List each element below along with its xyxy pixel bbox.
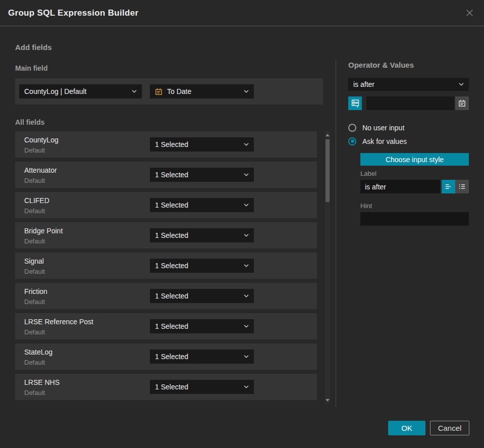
radio-circle-icon: [348, 124, 356, 132]
dialog-footer: OK Cancel: [388, 421, 469, 435]
field-subtitle: Default: [24, 146, 45, 154]
field-name: Friction: [24, 287, 47, 295]
field-subtitle: Default: [24, 177, 45, 184]
all-fields-label: All fields: [15, 118, 44, 126]
text-lines-icon: [445, 183, 452, 190]
calendar-icon: [458, 99, 466, 107]
radio-circle-icon: [348, 137, 356, 145]
field-subtitle: Default: [24, 298, 45, 306]
main-field-select[interactable]: CountyLog | Default: [19, 84, 142, 98]
main-field-date-value: To Date: [167, 87, 191, 95]
field-name: Attenuator: [24, 166, 57, 174]
chevron-down-icon: [244, 204, 249, 207]
label-label: Label: [360, 170, 469, 177]
list-style-button[interactable]: [455, 180, 469, 193]
dialog-header: Group SQL Expression Builder: [0, 0, 484, 26]
field-selected-dropdown[interactable]: 1 Selected: [150, 259, 254, 273]
main-field-date-select[interactable]: To Date: [150, 84, 254, 98]
text-style-button[interactable]: [442, 180, 455, 193]
field-selected-dropdown[interactable]: 1 Selected: [150, 319, 254, 333]
field-row: StateLogDefault1 Selected: [15, 343, 317, 370]
field-subtitle: Default: [24, 268, 45, 275]
chevron-down-icon: [244, 355, 249, 358]
close-button[interactable]: [463, 7, 476, 19]
chevron-down-icon: [244, 325, 249, 328]
chevron-down-icon: [244, 294, 249, 297]
field-selected-value: 1 Selected: [155, 383, 188, 391]
chevron-down-icon: [459, 83, 464, 86]
bullet-list-icon: [458, 183, 466, 190]
field-row: LRSE NHSDefault1 Selected: [15, 374, 317, 400]
field-subtitle: Default: [24, 237, 45, 245]
radio-no-user-input[interactable]: No user input: [348, 121, 469, 134]
chevron-down-icon: [244, 143, 249, 146]
radio-ask-for-values-label: Ask for values: [362, 137, 407, 145]
label-input[interactable]: [360, 180, 440, 193]
field-name: CLIFED: [24, 196, 49, 205]
field-selected-dropdown[interactable]: 1 Selected: [150, 289, 254, 303]
field-name: StateLog: [24, 348, 52, 356]
all-fields-scrollbar[interactable]: [325, 131, 330, 404]
field-selected-value: 1 Selected: [155, 140, 188, 148]
field-selected-value: 1 Selected: [155, 292, 188, 300]
field-row: CountyLogDefault1 Selected: [15, 131, 317, 158]
group-sql-expression-builder-dialog: Group SQL Expression Builder Add fields …: [0, 0, 484, 448]
field-row: Bridge PointDefault1 Selected: [15, 222, 317, 248]
ask-for-values-options: Choose input style Label Hint: [360, 153, 469, 226]
field-row: LRSE Reference PostDefault1 Selected: [15, 313, 317, 339]
panel-divider: [336, 60, 336, 407]
operator-values-heading: Operator & Values: [348, 61, 469, 69]
field-selected-dropdown[interactable]: 1 Selected: [150, 198, 254, 212]
field-name: CountyLog: [24, 136, 59, 144]
calendar-icon: [155, 88, 163, 95]
field-selected-dropdown[interactable]: 1 Selected: [150, 137, 254, 152]
unique-values-button[interactable]: [348, 96, 362, 110]
scrollbar-up-arrow-icon[interactable]: [326, 134, 330, 136]
user-input-radio-group: No user input Ask for values: [348, 121, 469, 148]
field-name: LRSE Reference Post: [24, 318, 93, 326]
field-row: CLIFEDDefault1 Selected: [15, 192, 317, 218]
field-name: LRSE NHS: [24, 378, 60, 386]
field-name: Bridge Point: [24, 227, 63, 235]
hint-label: Hint: [360, 202, 469, 210]
chevron-down-icon: [244, 173, 249, 176]
field-subtitle: Default: [24, 328, 45, 336]
field-selected-dropdown[interactable]: 1 Selected: [150, 380, 254, 394]
choose-input-style-button[interactable]: Choose input style: [360, 153, 469, 166]
scrollbar-down-arrow-icon[interactable]: [326, 399, 330, 402]
chevron-down-icon: [244, 90, 249, 93]
field-selected-value: 1 Selected: [155, 262, 188, 270]
close-icon: [465, 9, 474, 17]
operator-values-panel: Operator & Values is after: [348, 61, 469, 226]
add-fields-heading: Add fields: [15, 43, 52, 52]
operator-select[interactable]: is after: [348, 78, 469, 91]
field-selected-dropdown[interactable]: 1 Selected: [150, 350, 254, 364]
field-subtitle: Default: [24, 389, 45, 396]
field-selected-dropdown[interactable]: 1 Selected: [150, 228, 254, 242]
date-picker-button[interactable]: [455, 96, 469, 110]
cancel-button[interactable]: Cancel: [430, 421, 469, 435]
operator-select-value: is after: [353, 80, 374, 88]
field-row: SignalDefault1 Selected: [15, 253, 317, 279]
radio-ask-for-values[interactable]: Ask for values: [348, 134, 469, 148]
field-selected-value: 1 Selected: [155, 231, 188, 239]
ok-button[interactable]: OK: [388, 421, 425, 435]
main-field-select-value: CountyLog | Default: [24, 87, 87, 95]
value-input[interactable]: [366, 96, 454, 110]
all-fields-list: CountyLogDefault1 SelectedAttenuatorDefa…: [15, 131, 317, 401]
chevron-down-icon: [244, 264, 249, 267]
field-subtitle: Default: [24, 207, 45, 215]
field-selected-value: 1 Selected: [155, 322, 188, 330]
hint-input[interactable]: [360, 212, 469, 226]
label-input-row: [360, 180, 469, 193]
unique-values-icon: [351, 99, 359, 108]
field-selected-dropdown[interactable]: 1 Selected: [150, 168, 254, 182]
scrollbar-thumb[interactable]: [326, 139, 330, 202]
dialog-title: Group SQL Expression Builder: [8, 8, 138, 18]
chevron-down-icon: [132, 90, 137, 93]
field-name: Signal: [24, 257, 44, 265]
field-subtitle: Default: [24, 359, 45, 366]
field-row: FrictionDefault1 Selected: [15, 283, 317, 309]
chevron-down-icon: [244, 385, 249, 388]
field-selected-value: 1 Selected: [155, 201, 188, 209]
